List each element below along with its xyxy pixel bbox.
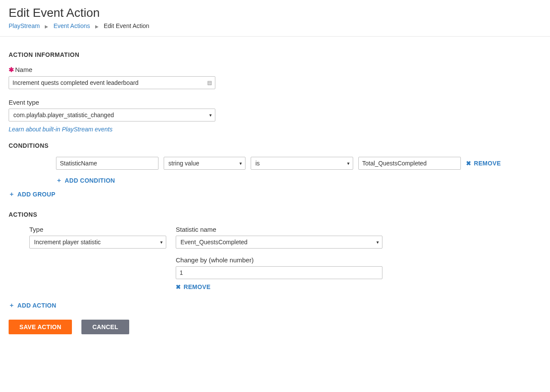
event-type-select[interactable]: com.playfab.player_statistic_changed	[9, 109, 215, 121]
add-action-label: ADD ACTION	[17, 302, 56, 309]
add-action-button[interactable]: ＋ ADD ACTION	[9, 302, 56, 309]
remove-action-button[interactable]: ✖ REMOVE	[176, 283, 211, 290]
chevron-right-icon: ▶	[45, 24, 48, 29]
breadcrumb-playstream[interactable]: PlayStream	[9, 22, 40, 29]
plus-icon: ＋	[9, 190, 15, 198]
event-type-label: Event type	[9, 99, 541, 106]
section-heading-action-info: ACTION INFORMATION	[9, 51, 541, 58]
add-group-button[interactable]: ＋ ADD GROUP	[9, 190, 56, 198]
breadcrumb-event-actions[interactable]: Event Actions	[53, 22, 90, 29]
condition-type-select[interactable]: string value	[164, 157, 245, 170]
statistic-name-select[interactable]: Event_QuestsCompleted	[176, 236, 382, 249]
plus-icon: ＋	[9, 302, 15, 309]
condition-value-input[interactable]	[358, 157, 461, 170]
add-condition-label: ADD CONDITION	[65, 177, 115, 184]
action-type-label: Type	[29, 226, 166, 233]
change-by-label: Change by (whole number)	[176, 256, 382, 264]
cancel-button[interactable]: CANCEL	[81, 320, 129, 334]
name-input[interactable]	[9, 76, 215, 89]
condition-row: string value is ✖ REMOVE	[56, 157, 541, 170]
add-condition-button[interactable]: ＋ ADD CONDITION	[56, 177, 115, 184]
plus-icon: ＋	[56, 177, 62, 184]
breadcrumb: PlayStream ▶ Event Actions ▶ Edit Event …	[9, 22, 541, 36]
condition-field-input[interactable]	[56, 157, 158, 170]
change-by-input[interactable]	[176, 266, 382, 279]
section-heading-actions: ACTIONS	[9, 211, 541, 218]
save-action-button[interactable]: SAVE ACTION	[9, 320, 72, 334]
name-label: ✱Name	[9, 66, 541, 74]
chevron-right-icon: ▶	[95, 24, 99, 29]
name-label-text: Name	[15, 66, 32, 73]
remove-icon: ✖	[176, 283, 181, 290]
action-row: Type Increment player statistic Statisti…	[29, 226, 541, 290]
statistic-name-label: Statistic name	[176, 226, 382, 233]
page-title: Edit Event Action	[9, 6, 541, 20]
remove-condition-label: REMOVE	[474, 160, 500, 167]
condition-operator-select[interactable]: is	[251, 157, 353, 170]
remove-icon: ✖	[466, 160, 471, 167]
remove-condition-button[interactable]: ✖ REMOVE	[466, 160, 501, 167]
add-group-label: ADD GROUP	[17, 191, 55, 198]
breadcrumb-current: Edit Event Action	[104, 22, 149, 29]
action-type-select[interactable]: Increment player statistic	[29, 236, 166, 249]
required-icon: ✱	[9, 66, 14, 73]
remove-action-label: REMOVE	[183, 283, 210, 290]
section-heading-conditions: CONDITIONS	[9, 142, 541, 149]
learn-events-link[interactable]: Learn about built-in PlayStream events	[9, 126, 112, 133]
